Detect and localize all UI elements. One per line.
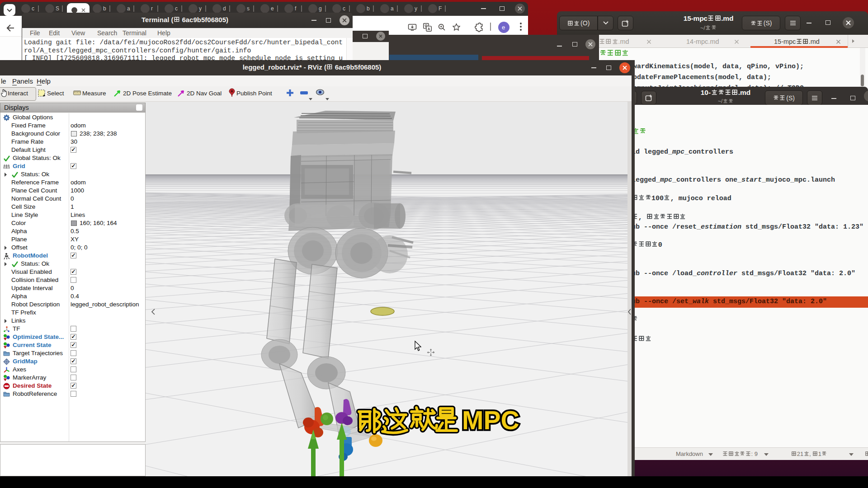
svg-text:MPC: MPC bbox=[462, 406, 519, 435]
